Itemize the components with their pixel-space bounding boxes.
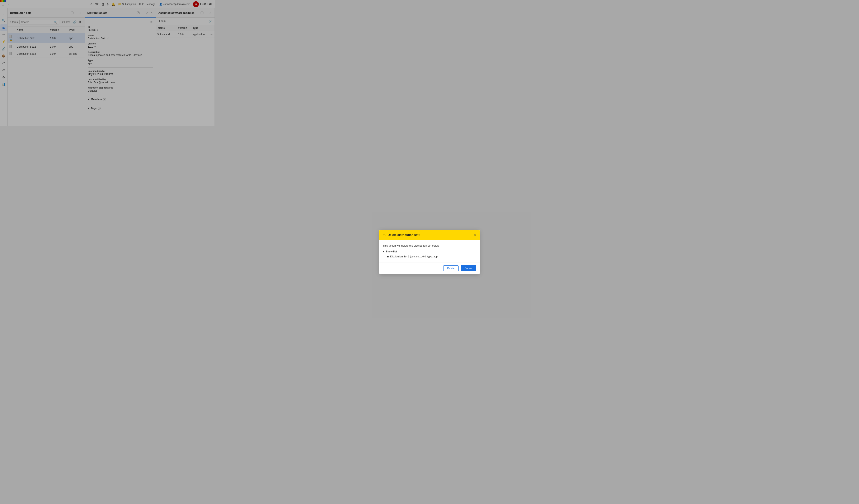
dialog-overlay: ⚠ Delete distribution set? ✕ This action…	[0, 0, 215, 126]
